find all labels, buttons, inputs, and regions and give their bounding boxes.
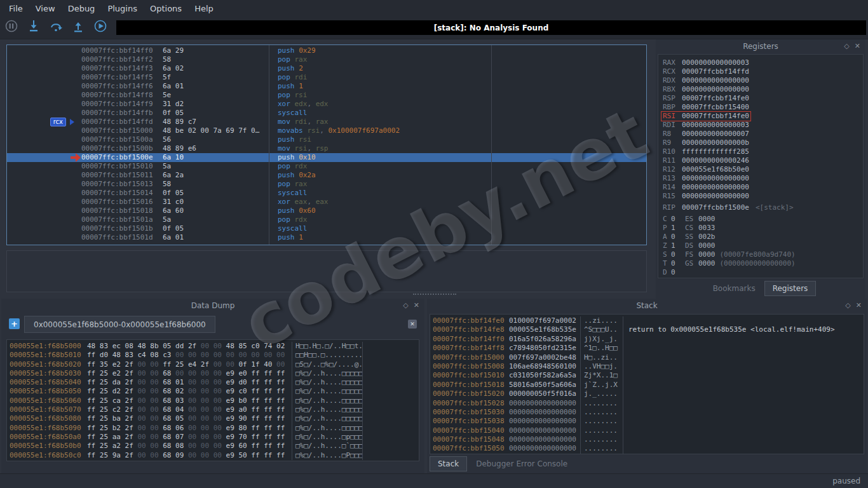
- disasm-row[interactable]: 00007ffc:bbf150105apop rdx: [7, 162, 646, 171]
- step-over-button[interactable]: [48, 20, 64, 35]
- menu-help[interactable]: Help: [188, 2, 220, 15]
- step-into-button[interactable]: [26, 20, 41, 35]
- register-row[interactable]: R130000000000000000: [663, 173, 862, 182]
- disasm-row[interactable]: 00007ffc:bbf150186a 60push 0x60: [7, 207, 646, 215]
- splitter-handle[interactable]: [413, 294, 456, 297]
- dump-row[interactable]: 000055e1:f68b5040ff 25 da 2f 00 00 68 01…: [10, 378, 419, 387]
- disasm-row[interactable]: 00007ffc:bbf150116a 2apush 0x2a: [7, 171, 646, 180]
- hex-dump-view[interactable]: 000055e1:f68b500048 83 ec 08 48 8b 05 dd…: [6, 339, 419, 461]
- step-out-button[interactable]: [71, 20, 86, 35]
- stack-row[interactable]: 00007ffc:bbf150500000000000000000.......…: [433, 444, 864, 453]
- stack-row[interactable]: 00007ffc:bbf15020000000050f5f016aj._....…: [433, 390, 864, 398]
- add-dump-button[interactable]: +: [9, 318, 20, 329]
- flag-row[interactable]: T0GS0000(0000000000000000): [663, 259, 862, 268]
- dump-region-tab[interactable]: 0x000055e1f68b5000-0x000055e1f68b6000: [24, 316, 215, 333]
- dump-row[interactable]: 000055e1:f68b5050ff 25 d2 2f 00 00 68 02…: [10, 387, 419, 396]
- menu-file[interactable]: File: [3, 2, 29, 15]
- disasm-row[interactable]: 00007ffc:bbf14ff06a 29push 0x29: [7, 46, 646, 55]
- close-icon[interactable]: ✕: [855, 42, 860, 50]
- dump-row[interactable]: 000055e1:f68b50c0ff 25 9a 2f 00 00 68 09…: [10, 451, 419, 460]
- flag-row[interactable]: A0SS002b: [663, 233, 862, 241]
- dump-row[interactable]: 000055e1:f68b5010ff d0 48 83 c4 08 c3 00…: [10, 351, 419, 360]
- stack-row[interactable]: 00007ffc:bbf1501858016a050f5a606aj`Z..j.…: [433, 381, 864, 390]
- dump-row[interactable]: 000055e1:f68b500048 83 ec 08 48 8b 05 dd…: [10, 342, 419, 351]
- disasm-row[interactable]: 00007ffc:bbf14ff66a 01push 1: [7, 82, 646, 91]
- flag-row[interactable]: P1CS0033: [663, 224, 862, 233]
- register-row[interactable]: RCX00007ffcbbf14ffd: [663, 67, 862, 76]
- flag-row[interactable]: S0FS0000(00007fe800a9d740): [663, 250, 862, 259]
- register-row[interactable]: R10fffffffffffff285: [663, 147, 862, 156]
- stack-row[interactable]: 00007ffc:bbf14fe00100007f697a0002..zi...…: [433, 316, 864, 325]
- close-icon[interactable]: ✕: [414, 301, 419, 309]
- dump-row[interactable]: 000055e1:f68b50b0ff 25 a2 2f 00 00 68 08…: [10, 442, 419, 451]
- tab-registers[interactable]: Registers: [764, 281, 817, 296]
- disasm-row[interactable]: 00007ffc:bbf1500a56push rsi: [7, 135, 646, 144]
- disasm-row[interactable]: 00007ffc:bbf14ff36a 02push 2: [7, 64, 646, 73]
- run-button[interactable]: [93, 20, 108, 35]
- tab-stack[interactable]: Stack: [430, 456, 467, 471]
- stack-row[interactable]: 00007ffc:bbf150400000000000000000.......…: [433, 426, 864, 435]
- disasm-row[interactable]: 00007ffc:bbf14ffb0f 05syscall: [7, 109, 646, 118]
- dump-row[interactable]: 000055e1:f68b5090ff 25 b2 2f 00 00 68 06…: [10, 424, 419, 433]
- menu-options[interactable]: Options: [144, 2, 188, 15]
- register-row[interactable]: R110000000000000246: [663, 156, 862, 165]
- disasm-row[interactable]: 00007ffc:bbf1500b48 89 e6mov rsi, rsp: [7, 144, 646, 153]
- detach-icon[interactable]: ◇: [844, 42, 849, 50]
- disasm-row[interactable]: 00007ffc:bbf14ff931 d2xor edx, edx: [7, 100, 646, 109]
- disasm-row[interactable]: 00007ffc:bbf1501358pop rax: [7, 180, 646, 189]
- detach-icon[interactable]: ◇: [403, 301, 408, 309]
- flag-row[interactable]: Z1DS0000: [663, 241, 862, 250]
- disasm-row[interactable]: 00007ffc:bbf1501631 c0xor eax, eax: [7, 198, 646, 207]
- disasm-row[interactable]: 00007ffc:bbf1500048 be 02 00 7a 69 7f 0……: [7, 126, 646, 135]
- stack-row[interactable]: 00007ffc:bbf14ff0016a5f026a58296aj)Xj._j…: [433, 335, 864, 344]
- stack-row[interactable]: 00007ffc:bbf15000007f697a0002be48H□..zi.…: [433, 353, 864, 362]
- register-row[interactable]: RBX0000000000000000: [663, 85, 862, 93]
- register-row[interactable]: RSI00007ffcbbf14fe0: [663, 111, 862, 120]
- register-row[interactable]: RBP00007ffcbbf15400: [663, 102, 862, 111]
- disasm-row[interactable]: 00007ffc:bbf1501d6a 01push 1: [7, 233, 646, 242]
- register-row[interactable]: RAX0000000000000003: [663, 58, 862, 67]
- dump-row[interactable]: 000055e1:f68b5030ff 25 e2 2f 00 00 68 00…: [10, 369, 419, 378]
- dump-row[interactable]: 000055e1:f68b5070ff 25 c2 2f 00 00 68 04…: [10, 405, 419, 414]
- pause-button[interactable]: [4, 20, 19, 35]
- dump-row[interactable]: 000055e1:f68b5080ff 25 ba 2f 00 00 68 05…: [10, 414, 419, 423]
- flag-row[interactable]: C0ES0000: [663, 215, 862, 224]
- dump-row[interactable]: 000055e1:f68b50a0ff 25 aa 2f 00 00 68 07…: [10, 433, 419, 442]
- disasm-row[interactable]: 00007ffc:bbf1501b0f 05syscall: [7, 224, 646, 233]
- tab-debugger-error-console[interactable]: Debugger Error Console: [468, 457, 575, 471]
- menu-plugins[interactable]: Plugins: [101, 2, 144, 15]
- disasm-row[interactable]: 00007ffc:bbf1500e6a 10push 0x10: [7, 153, 646, 162]
- menu-view[interactable]: View: [29, 2, 62, 15]
- register-row[interactable]: RDI0000000000000003: [663, 120, 862, 129]
- disasm-row[interactable]: 00007ffc:bbf14ff85epop rsi: [7, 91, 646, 100]
- register-row[interactable]: R150000000000000000: [663, 191, 862, 200]
- disasm-row[interactable]: 00007ffc:bbf150140f 05syscall: [7, 189, 646, 198]
- flag-row[interactable]: D0: [663, 268, 862, 277]
- disasm-row[interactable]: 00007ffc:bbf14ff258pop rax: [7, 55, 646, 64]
- stack-row[interactable]: 00007ffc:bbf14ff8c78948050fd2315e^1□..H□…: [433, 344, 864, 353]
- stack-row[interactable]: 00007ffc:bbf150300000000000000000.......…: [433, 408, 864, 417]
- stack-row[interactable]: 00007ffc:bbf150380000000000000000.......…: [433, 417, 864, 426]
- disassembly-panel[interactable]: 00007ffc:bbf14ff06a 29push 0x2900007ffc:…: [6, 44, 647, 245]
- register-row[interactable]: R80000000000000007: [663, 129, 862, 138]
- disasm-row[interactable]: 00007ffc:bbf14ff55fpop rdi: [7, 73, 646, 82]
- tab-bookmarks[interactable]: Bookmarks: [705, 281, 763, 295]
- dump-row[interactable]: 000055e1:f68b5020ff 35 e2 2f 00 00 ff 25…: [10, 360, 419, 369]
- stack-row[interactable]: 00007ffc:bbf15008106ae68948560100..VH□□j…: [433, 362, 864, 371]
- dump-row[interactable]: 000055e1:f68b5060ff 25 ca 2f 00 00 68 03…: [10, 396, 419, 405]
- close-icon[interactable]: ✕: [856, 301, 862, 309]
- register-row[interactable]: R140000000000000000: [663, 182, 862, 191]
- register-row[interactable]: R12000055e1f68b50e0: [663, 165, 862, 173]
- stack-row[interactable]: 00007ffc:bbf150480000000000000000.......…: [433, 435, 864, 444]
- stack-row[interactable]: 00007ffc:bbf150280000000000000000.......…: [433, 399, 864, 408]
- register-row[interactable]: RSP00007ffcbbf14fe0: [663, 93, 862, 102]
- register-row[interactable]: R9000000000000000b: [663, 138, 862, 147]
- register-row[interactable]: RDX0000000000000000: [663, 76, 862, 85]
- disasm-row[interactable]: rcx00007ffc:bbf14ffd48 89 c7mov rdi, rax: [7, 118, 646, 126]
- detach-icon[interactable]: ◇: [845, 301, 850, 309]
- close-dump-tab-button[interactable]: ✕: [408, 320, 417, 329]
- stack-row[interactable]: 00007ffc:bbf15010c031050f582a6a5aZj*X..1…: [433, 371, 864, 380]
- stack-view[interactable]: 00007ffc:bbf14fe00100007f697a0002..zi...…: [430, 314, 864, 454]
- register-row[interactable]: RIP00007ffcbbf1500e<[stack]>: [663, 203, 862, 212]
- stack-row[interactable]: 00007ffc:bbf14fe8000055e1f68b535e^S□□□U.…: [433, 325, 864, 334]
